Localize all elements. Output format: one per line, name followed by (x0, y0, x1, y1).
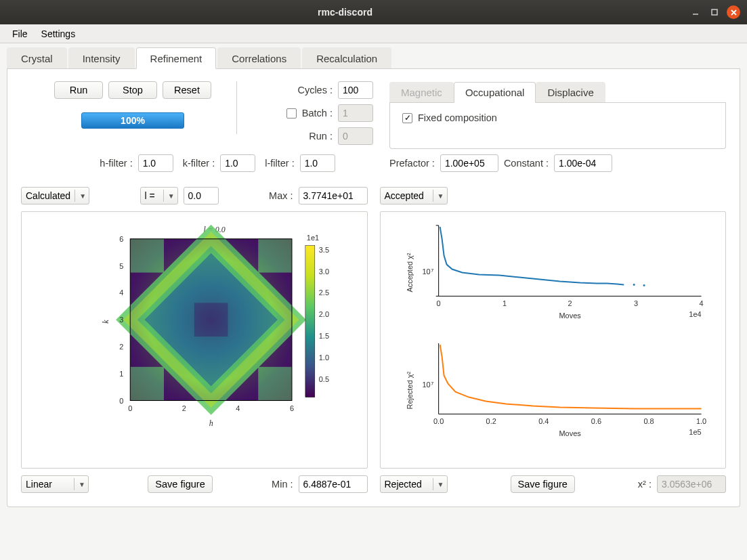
batch-input (338, 104, 373, 122)
run-label: Run : (309, 131, 333, 142)
svg-text:4: 4 (119, 288, 123, 297)
svg-text:h: h (209, 418, 213, 428)
max-input[interactable] (299, 187, 368, 204)
svg-text:0: 0 (128, 404, 132, 412)
save-figure-left-button[interactable]: Save figure (148, 475, 212, 493)
minimize-button[interactable] (689, 5, 702, 19)
svg-text:10⁷: 10⁷ (422, 267, 433, 276)
k-filter-label: k-filter : (183, 158, 215, 169)
titlebar: rmc-discord (0, 0, 747, 24)
min-input[interactable] (299, 475, 368, 493)
tab-refinement[interactable]: Refinement (136, 47, 217, 69)
svg-text:1.0: 1.0 (319, 353, 329, 362)
svg-text:2: 2 (119, 343, 123, 351)
k-filter-input[interactable] (220, 154, 255, 172)
maximize-button[interactable] (708, 5, 721, 19)
window-title: rmc-discord (7, 7, 683, 18)
svg-text:3: 3 (119, 316, 123, 324)
svg-text:0: 0 (119, 397, 123, 405)
svg-text:Rejected χ²: Rejected χ² (405, 371, 413, 409)
svg-text:Moves: Moves (559, 311, 581, 320)
main-content: Crystal Intensity Refinement Correlation… (0, 43, 747, 560)
svg-text:6: 6 (290, 404, 294, 412)
left-plot-column: Calculated▼ l = ▼ Max : (21, 187, 368, 498)
chi-squared-plots: 10⁷ 01 23 4 1e4 Moves Accepted χ² (380, 211, 727, 469)
h-filter-input[interactable] (138, 154, 173, 172)
svg-text:k: k (101, 320, 110, 324)
occupational-body: ✓ Fixed composition (389, 103, 726, 149)
close-button[interactable] (727, 5, 740, 19)
refinement-panel: Run Stop Reset 100% Cycles : (7, 69, 740, 507)
tab-occupational[interactable]: Occupational (454, 82, 536, 103)
run-button[interactable]: Run (54, 81, 103, 99)
chi-plot-top-select[interactable]: Accepted▼ (380, 187, 448, 204)
cycles-label: Cycles : (297, 85, 333, 95)
chi-squared-display (657, 475, 726, 493)
constant-input[interactable] (554, 154, 612, 172)
svg-text:0.4: 0.4 (538, 417, 549, 425)
tab-crystal[interactable]: Crystal (7, 47, 67, 68)
svg-text:4: 4 (699, 299, 703, 307)
batch-label: Batch : (302, 108, 333, 119)
chi-squared-label: x² : (638, 479, 652, 490)
svg-text:4: 4 (236, 404, 240, 412)
svg-rect-11 (130, 239, 292, 401)
l-filter-label: l-filter : (265, 158, 295, 169)
stop-button[interactable]: Stop (108, 81, 157, 99)
svg-text:0.5: 0.5 (319, 375, 329, 383)
separator (236, 81, 237, 134)
svg-text:2.5: 2.5 (319, 288, 329, 297)
chi-plot-bottom-select[interactable]: Rejected▼ (380, 475, 448, 493)
reset-button[interactable]: Reset (163, 81, 211, 99)
min-label: Min : (272, 479, 293, 490)
svg-text:10⁷: 10⁷ (422, 381, 433, 389)
progress-bar: 100% (81, 112, 184, 129)
main-tabs: Crystal Intensity Refinement Correlation… (7, 46, 740, 69)
prefactor-label: Prefactor : (389, 158, 435, 169)
l-filter-input[interactable] (300, 154, 335, 172)
svg-text:5: 5 (119, 262, 123, 270)
svg-rect-1 (712, 9, 717, 15)
menu-file[interactable]: File (5, 26, 35, 42)
svg-point-37 (633, 284, 635, 286)
svg-text:3.5: 3.5 (319, 246, 329, 254)
constant-label: Constant : (504, 158, 549, 169)
fixed-composition-checkbox[interactable]: ✓ (402, 113, 412, 123)
svg-text:1: 1 (503, 299, 507, 307)
svg-text:2: 2 (182, 404, 186, 412)
svg-text:0: 0 (436, 299, 440, 307)
menu-settings[interactable]: Settings (35, 26, 83, 42)
svg-text:1.5: 1.5 (319, 332, 329, 340)
svg-rect-26 (305, 246, 315, 397)
tab-magnetic: Magnetic (389, 82, 454, 102)
slice-value-input[interactable] (184, 187, 219, 204)
batch-checkbox[interactable] (286, 108, 297, 119)
slice-axis-select[interactable]: l = ▼ (140, 187, 178, 204)
tab-displacive[interactable]: Displacive (536, 82, 605, 102)
svg-text:2: 2 (568, 299, 572, 307)
svg-text:1e5: 1e5 (689, 428, 701, 436)
h-filter-label: h-filter : (100, 158, 132, 169)
tab-correlations[interactable]: Correlations (217, 47, 301, 68)
mode-panel: Magnetic Occupational Displacive ✓ Fixed… (389, 81, 726, 150)
tab-intensity[interactable]: Intensity (68, 47, 135, 68)
svg-text:Moves: Moves (559, 429, 581, 437)
scale-select[interactable]: Linear▼ (21, 475, 89, 493)
prefactor-input[interactable] (440, 154, 498, 172)
run-input (338, 127, 373, 145)
app-window: rmc-discord File Settings Crystal Intens… (0, 0, 747, 560)
svg-text:1: 1 (119, 370, 123, 378)
save-figure-right-button[interactable]: Save figure (511, 475, 575, 493)
svg-text:3: 3 (634, 299, 638, 307)
fixed-composition-label: Fixed composition (418, 112, 497, 123)
cycles-input[interactable] (338, 81, 373, 99)
svg-text:1e1: 1e1 (307, 234, 319, 242)
svg-text:0.8: 0.8 (643, 417, 654, 425)
right-plot-column: Accepted▼ 10⁷ (380, 187, 727, 498)
intensity-heatmap-plot: l = 0.0 (21, 211, 368, 469)
tab-recalculation[interactable]: Recalculation (302, 47, 391, 68)
view-select[interactable]: Calculated▼ (21, 187, 89, 204)
svg-text:Accepted χ²: Accepted χ² (405, 253, 413, 292)
svg-text:0.0: 0.0 (433, 417, 444, 425)
max-label: Max : (269, 190, 293, 201)
